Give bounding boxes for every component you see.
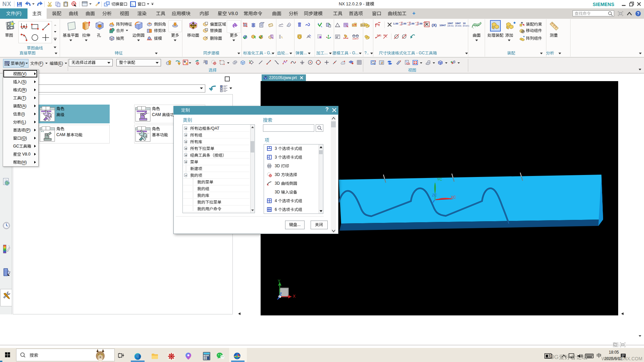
svg-text:?: ?: [637, 11, 639, 16]
svg-text:R0: R0: [383, 34, 386, 37]
svg-text:R(0): R(0): [377, 34, 381, 37]
svg-text:10H7: 10H7: [352, 37, 359, 40]
